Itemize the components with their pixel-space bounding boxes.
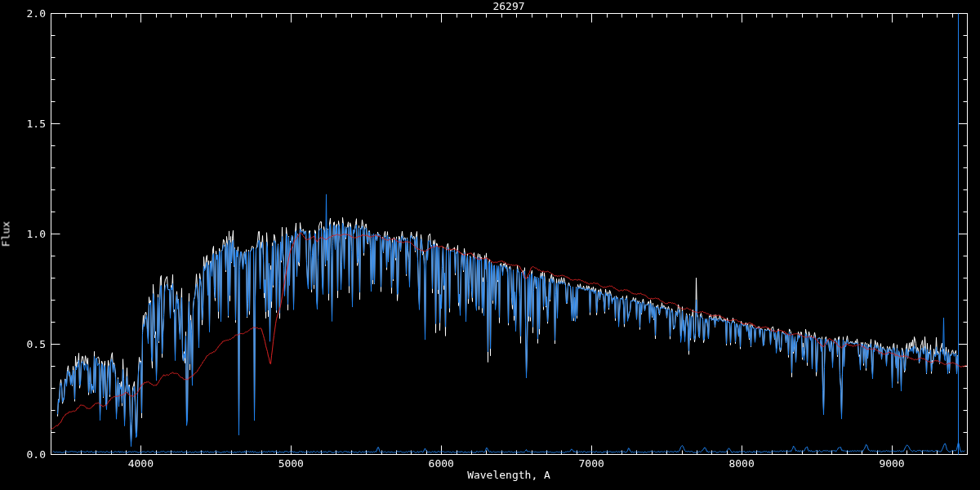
y-tick-label: 1.5 xyxy=(18,118,46,129)
y-axis-label: Flux xyxy=(1,194,11,275)
x-tick-label: 7000 xyxy=(567,458,616,469)
x-axis-label: Wavelength, A xyxy=(51,470,967,480)
plot-title: 26297 xyxy=(51,1,967,11)
y-tick-label: 0.5 xyxy=(18,339,46,350)
y-tick-label: 0.0 xyxy=(18,449,46,460)
spectrum-plot: 26297 Flux Wavelength, A 0.00.51.01.52.0… xyxy=(0,0,980,490)
x-tick-label: 6000 xyxy=(416,458,466,469)
spectrum-canvas xyxy=(0,0,980,490)
x-tick-label: 4000 xyxy=(116,458,165,469)
x-tick-label: 8000 xyxy=(717,458,766,469)
y-tick-label: 2.0 xyxy=(18,8,46,19)
y-tick-label: 1.0 xyxy=(18,229,46,239)
x-tick-label: 9000 xyxy=(867,458,916,469)
x-tick-label: 5000 xyxy=(266,458,315,469)
